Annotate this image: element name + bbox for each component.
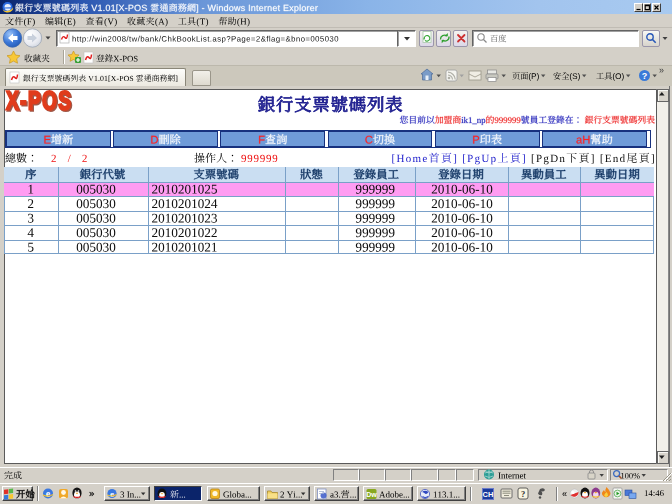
svg-text:e: e xyxy=(110,489,114,499)
svg-text:?: ? xyxy=(521,489,525,499)
svg-text:?: ? xyxy=(642,71,648,81)
svg-text:e: e xyxy=(46,488,51,499)
svg-text:Dw: Dw xyxy=(366,491,377,498)
svg-text:CH: CH xyxy=(483,490,494,499)
